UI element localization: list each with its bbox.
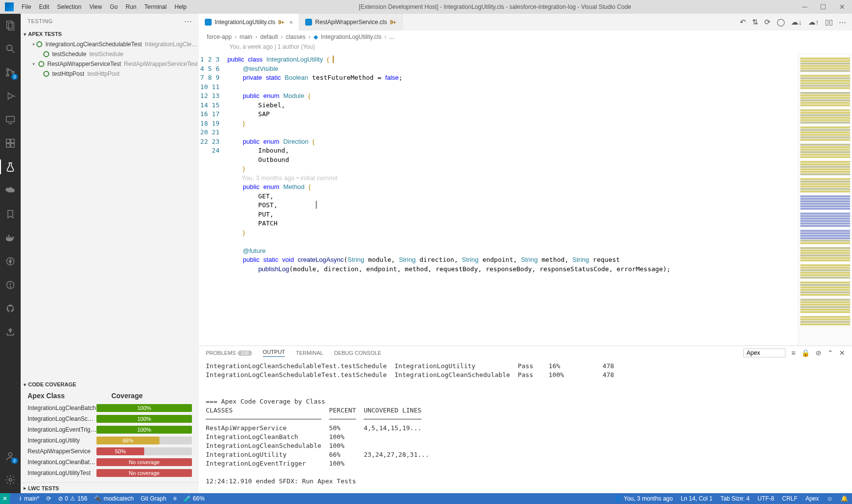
chevron-down-icon: ▾ (24, 32, 26, 37)
status-blame[interactable]: 👤 You, 3 months ago (614, 495, 673, 502)
panel-tab-problems[interactable]: PROBLEMS156 (206, 350, 252, 356)
explorer-icon[interactable] (4, 19, 17, 32)
panel-tab-debug[interactable]: DEBUG CONSOLE (334, 350, 381, 356)
more-icon[interactable]: ⋯ (184, 17, 192, 26)
maximize-icon[interactable]: ☐ (818, 3, 828, 11)
status-org[interactable]: 🔌 modicatech (94, 495, 133, 502)
scm-icon[interactable]: 3 (4, 66, 17, 79)
chevron-down-icon: ▾ (32, 62, 38, 66)
menu-go[interactable]: Go (107, 3, 121, 10)
debug-icon[interactable] (4, 90, 17, 102)
bookmark-icon[interactable] (4, 208, 17, 220)
account-icon[interactable]: 2 (4, 450, 17, 463)
status-position[interactable]: Ln 14, Col 1 (681, 495, 713, 502)
status-language[interactable]: Apex (805, 495, 819, 502)
panel-tab-output[interactable]: OUTPUT (263, 349, 285, 357)
status-coverage[interactable]: 🧪 66% (184, 495, 205, 502)
test-class-row[interactable]: ▾ IntegrationLogCleanSchedulableTest Int… (21, 39, 199, 49)
menu-help[interactable]: Help (172, 3, 190, 10)
test-class-row[interactable]: ▾ RestApiWrapperServiceTest RestApiWrapp… (21, 59, 199, 69)
refresh-icon[interactable]: ⟳ (764, 18, 771, 27)
section-lwc-tests[interactable]: ▸ LWC TESTS (21, 482, 199, 493)
error-lens-icon[interactable] (4, 279, 17, 291)
status-bar: ✕ ᚼ main* ⟳ ⊘ 0 ⚠ 156 🔌 modicatech Git G… (0, 493, 852, 504)
svg-rect-12 (6, 144, 10, 147)
test-method-row[interactable]: testSchedule testSchedule (21, 49, 199, 59)
menu-terminal[interactable]: Terminal (141, 3, 169, 10)
coverage-row[interactable]: RestApiWrapperService50% (28, 446, 192, 457)
status-bell-icon[interactable]: 🔔 (841, 495, 848, 502)
salesforce-icon[interactable] (4, 184, 17, 197)
code-editor[interactable]: public class IntegrationLogUtility { @te… (227, 53, 798, 346)
minimap[interactable] (798, 53, 852, 346)
test-method-row[interactable]: testHttpPost testHttpPost (21, 69, 199, 79)
close-icon[interactable]: ✕ (837, 3, 847, 11)
remote-indicator-icon[interactable]: ✕ (0, 493, 10, 504)
status-feedback-icon[interactable]: ☺ (827, 495, 833, 502)
svg-point-24 (9, 478, 12, 481)
section-apex-tests[interactable]: ▾ APEX TESTS (21, 29, 199, 39)
search-icon[interactable] (4, 42, 17, 55)
coverage-row[interactable]: IntegrationLogUtility66% (28, 435, 192, 446)
menu-view[interactable]: View (86, 3, 105, 10)
editor-tabs: IntegrationLogUtility.cls 9+ × RestApiWr… (199, 14, 852, 31)
close-tab-icon[interactable]: × (289, 19, 293, 26)
apex-tests-tree: ▾ IntegrationLogCleanSchedulableTest Int… (21, 39, 199, 82)
tab-integrationlogutility[interactable]: IntegrationLogUtility.cls 9+ × (199, 14, 299, 31)
coverage-row[interactable]: IntegrationLogEventTrigger100% (28, 424, 192, 435)
menu-run[interactable]: Run (123, 3, 139, 10)
clear-icon[interactable]: ⊘ (816, 349, 821, 357)
status-eol[interactable]: CRLF (782, 495, 797, 502)
circle-icon[interactable]: ◯ (777, 18, 785, 27)
compare-icon[interactable]: ⇅ (752, 18, 758, 27)
svg-rect-9 (6, 117, 15, 122)
deploy-icon[interactable]: ☁↑ (808, 18, 820, 27)
status-list-icon[interactable]: ≡ (173, 495, 177, 502)
remote-icon[interactable] (4, 113, 17, 126)
go-back-icon[interactable]: ↶ (740, 18, 746, 27)
coverage-row[interactable]: IntegrationLogCleanBatchTestNo coverage (28, 457, 192, 468)
svg-rect-17 (10, 237, 11, 238)
menu-selection[interactable]: Selection (54, 3, 84, 10)
split-icon[interactable]: ▯▯ (825, 18, 833, 27)
minimize-icon[interactable]: ─ (800, 3, 809, 11)
output-channel-select[interactable]: Apex (743, 348, 786, 357)
panel-tab-terminal[interactable]: TERMINAL (296, 350, 323, 356)
liveshare-icon[interactable] (4, 326, 17, 339)
svg-rect-18 (8, 235, 9, 237)
tab-restapiwrapperservice[interactable]: RestApiWrapperService.cls 9+ (299, 14, 402, 31)
status-branch[interactable]: ᚼ main* (19, 495, 39, 502)
coverage-row[interactable]: IntegrationLogUtilityTestNo coverage (28, 468, 192, 478)
test-icon[interactable] (4, 160, 17, 173)
svg-rect-13 (11, 144, 14, 147)
svg-marker-7 (8, 93, 13, 99)
breadcrumb[interactable]: force-app› main› default› classes› ◆ Int… (199, 31, 852, 43)
filter-icon[interactable]: ≡ (791, 349, 795, 357)
docker-icon[interactable] (4, 231, 17, 244)
lock-icon[interactable]: 🔒 (801, 349, 810, 357)
activity-bar: 3 2 (0, 14, 21, 493)
menu-edit[interactable]: Edit (36, 3, 52, 10)
coverage-row[interactable]: IntegrationLogCleanBatch100% (28, 403, 192, 413)
chevron-right-icon: ▸ (24, 485, 26, 491)
coverage-row[interactable]: IntegrationLogCleanSchedulable100% (28, 413, 192, 424)
status-errors[interactable]: ⊘ 0 ⚠ 156 (58, 495, 88, 502)
extensions-icon[interactable] (4, 137, 17, 150)
bolt-icon[interactable] (4, 255, 17, 268)
status-sync[interactable]: ⟳ (46, 495, 51, 502)
github-icon[interactable] (4, 302, 17, 315)
svg-rect-11 (6, 139, 10, 143)
close-panel-icon[interactable]: ✕ (839, 349, 845, 357)
retrieve-icon[interactable]: ☁↓ (791, 18, 802, 27)
status-encoding[interactable]: UTF-8 (757, 495, 774, 502)
menu-file[interactable]: File (19, 3, 34, 10)
output-body[interactable]: IntegrationLogCleanSchedulableTest.testS… (199, 360, 852, 493)
codelens-author[interactable]: You, a week ago | 1 author (You) (199, 43, 852, 53)
status-tabsize[interactable]: Tab Size: 4 (721, 495, 750, 502)
settings-icon[interactable] (4, 473, 17, 486)
section-code-coverage[interactable]: ▾ CODE COVERAGE (21, 379, 199, 390)
line-gutter[interactable]: 1 2 3 4 5 6 7 8 9 10 11 12 13 14 15 16 1… (199, 53, 227, 346)
chevron-up-icon[interactable]: ⌃ (827, 349, 833, 357)
more-icon[interactable]: ⋯ (839, 18, 846, 27)
status-gitgraph[interactable]: Git Graph (141, 495, 166, 502)
